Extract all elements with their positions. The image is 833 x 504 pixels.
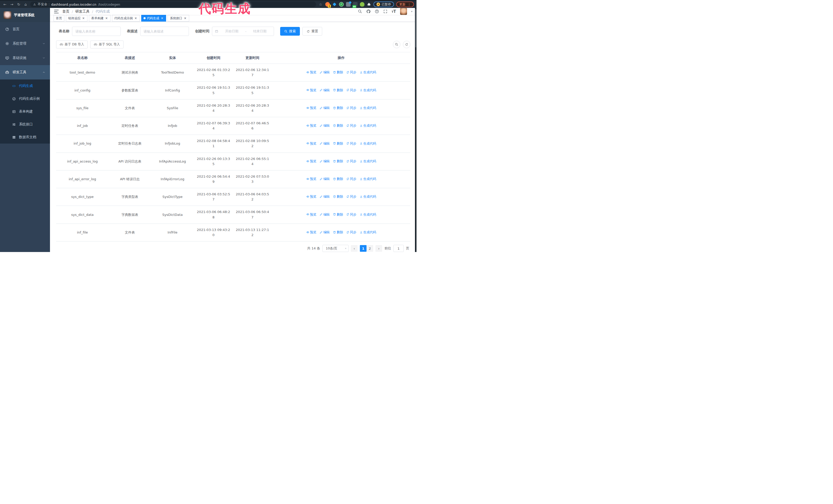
action-preview-link[interactable]: 预览: [306, 159, 316, 164]
action-delete-link[interactable]: 删除: [333, 159, 343, 164]
action-edit-link[interactable]: 编辑: [319, 141, 330, 146]
action-generate-link[interactable]: 生成代码: [360, 105, 376, 110]
action-edit-link[interactable]: 编辑: [319, 105, 330, 110]
action-sync-link[interactable]: 同步: [346, 176, 357, 181]
extensions-puzzle-icon[interactable]: [367, 2, 371, 7]
action-edit-link[interactable]: 编辑: [319, 70, 330, 75]
tag-view-tab[interactable]: 链路追踪×: [66, 15, 88, 22]
action-delete-link[interactable]: 删除: [333, 176, 343, 181]
action-preview-link[interactable]: 预览: [306, 123, 316, 128]
sidebar-subitem-dbdoc[interactable]: 数据库文档: [0, 131, 50, 144]
action-generate-link[interactable]: 生成代码: [360, 176, 376, 181]
action-delete-link[interactable]: 删除: [333, 105, 343, 110]
action-edit-link[interactable]: 编辑: [319, 123, 330, 128]
user-menu-caret-icon[interactable]: ▾: [411, 10, 412, 13]
not-secure-label[interactable]: 不安全: [38, 2, 47, 7]
toggle-search-button[interactable]: [393, 41, 400, 48]
tab-close-icon[interactable]: ×: [134, 17, 137, 20]
action-delete-link[interactable]: 删除: [333, 88, 343, 93]
font-size-icon[interactable]: TT: [391, 9, 396, 14]
page-number-button[interactable]: 2: [366, 245, 373, 252]
action-sync-link[interactable]: 同步: [346, 105, 357, 110]
tab-close-icon[interactable]: ×: [82, 17, 85, 20]
extension-green-icon[interactable]: [360, 2, 364, 7]
action-generate-link[interactable]: 生成代码: [360, 70, 376, 75]
breadcrumb-item[interactable]: 研发工具: [75, 9, 90, 14]
next-page-button[interactable]: ›: [376, 245, 382, 252]
prev-page-button[interactable]: ‹: [351, 245, 358, 252]
tag-view-tab[interactable]: 表单构建×: [89, 15, 111, 22]
action-sync-link[interactable]: 同步: [346, 212, 357, 217]
table-name-input[interactable]: [72, 27, 121, 36]
reset-button[interactable]: 重置: [303, 27, 322, 35]
action-sync-link[interactable]: 同步: [346, 123, 357, 128]
action-sync-link[interactable]: 同步: [346, 70, 357, 75]
browser-menu-icon[interactable]: ⋮: [407, 3, 411, 6]
chrome-update-button[interactable]: 更新 ⋮: [396, 2, 414, 7]
action-delete-link[interactable]: 删除: [333, 123, 343, 128]
action-preview-link[interactable]: 预览: [306, 88, 316, 93]
profile-paused-badge[interactable]: 已暂停: [374, 2, 394, 7]
extension-colorzilla-icon[interactable]: 1: [325, 2, 330, 7]
action-generate-link[interactable]: 生成代码: [360, 194, 376, 199]
action-sync-link[interactable]: 同步: [346, 230, 357, 235]
extension-gem-icon[interactable]: [332, 2, 337, 7]
refresh-table-button[interactable]: [403, 41, 410, 48]
action-edit-link[interactable]: 编辑: [319, 194, 330, 199]
action-edit-link[interactable]: 编辑: [319, 212, 330, 217]
sidebar-subitem-example[interactable]: 代码生成示例: [0, 92, 50, 105]
action-delete-link[interactable]: 删除: [333, 212, 343, 217]
action-delete-link[interactable]: 删除: [333, 70, 343, 75]
sidebar-toggle-icon[interactable]: [54, 10, 59, 13]
sidebar-item-infra[interactable]: 基础设施: [0, 51, 50, 65]
search-button[interactable]: 搜索: [280, 27, 300, 35]
action-preview-link[interactable]: 预览: [306, 70, 316, 75]
search-icon[interactable]: [358, 9, 362, 14]
app-logo[interactable]: 芋道管理系统: [0, 8, 50, 22]
user-avatar[interactable]: [400, 8, 407, 15]
address-bar[interactable]: ⚠ 不安全 dashboard.yudao.iocoder.cn/tool/co…: [30, 2, 316, 7]
action-preview-link[interactable]: 预览: [306, 230, 316, 235]
table-desc-input[interactable]: [140, 27, 189, 36]
sidebar-subitem-code[interactable]: 代码生成: [0, 79, 50, 92]
sidebar-item-tools[interactable]: 研发工具: [0, 65, 50, 79]
action-edit-link[interactable]: 编辑: [319, 159, 330, 164]
action-generate-link[interactable]: 生成代码: [360, 88, 376, 93]
action-preview-link[interactable]: 预览: [306, 212, 316, 217]
action-delete-link[interactable]: 删除: [333, 194, 343, 199]
action-sync-link[interactable]: 同步: [346, 159, 357, 164]
tab-close-icon[interactable]: ×: [184, 17, 187, 20]
action-sync-link[interactable]: 同步: [346, 141, 357, 146]
import-db-button[interactable]: 基于 DB 导入: [56, 41, 88, 48]
sidebar-subitem-api[interactable]: 系统接口: [0, 118, 50, 131]
browser-back-icon[interactable]: ←: [3, 3, 7, 6]
extension-panel-icon[interactable]: [346, 2, 351, 7]
sidebar-item-home[interactable]: 首页: [0, 22, 50, 37]
github-icon[interactable]: [366, 9, 371, 14]
action-delete-link[interactable]: 删除: [333, 141, 343, 146]
browser-home-icon[interactable]: ⌂: [23, 3, 28, 6]
browser-scrollbar[interactable]: [415, 8, 416, 252]
extension-onetab-icon[interactable]: on: [353, 2, 358, 7]
date-range-picker[interactable]: 开始日期 - 结束日期: [212, 27, 274, 36]
page-number-button[interactable]: 1: [360, 245, 366, 252]
bookmark-star-icon[interactable]: ☆: [318, 3, 323, 6]
browser-reload-icon[interactable]: ↻: [17, 3, 21, 6]
action-sync-link[interactable]: 同步: [346, 88, 357, 93]
action-generate-link[interactable]: 生成代码: [360, 230, 376, 235]
action-preview-link[interactable]: 预览: [306, 194, 316, 199]
import-sql-button[interactable]: 基于 SQL 导入: [90, 41, 123, 48]
sidebar-subitem-form[interactable]: 表单构建: [0, 105, 50, 118]
action-generate-link[interactable]: 生成代码: [360, 141, 376, 146]
scrollbar-thumb[interactable]: [415, 9, 416, 47]
tag-view-tab[interactable]: 代码生成×: [141, 15, 166, 22]
sidebar-item-gear[interactable]: 系统管理: [0, 37, 50, 51]
action-preview-link[interactable]: 预览: [306, 105, 316, 110]
action-generate-link[interactable]: 生成代码: [360, 159, 376, 164]
action-sync-link[interactable]: 同步: [346, 194, 357, 199]
action-edit-link[interactable]: 编辑: [319, 88, 330, 93]
extension-check-icon[interactable]: [339, 2, 344, 7]
fullscreen-icon[interactable]: [383, 9, 387, 14]
action-generate-link[interactable]: 生成代码: [360, 212, 376, 217]
browser-forward-icon[interactable]: →: [9, 3, 14, 6]
